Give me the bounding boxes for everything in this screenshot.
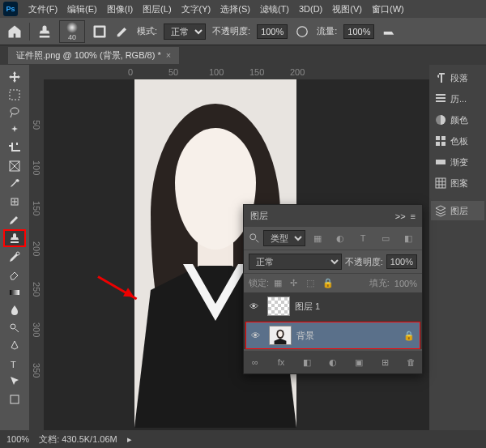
menu-type[interactable]: 文字(Y) — [177, 2, 215, 17]
panel-swatches[interactable]: 色板 — [431, 131, 484, 151]
menu-file[interactable]: 文件(F) — [24, 2, 62, 17]
panel-color[interactable]: 颜色 — [431, 110, 484, 130]
layer-name[interactable]: 背景 — [296, 330, 314, 342]
clone-stamp-tool[interactable] — [3, 229, 26, 247]
svg-point-22 — [278, 331, 283, 336]
right-panel-dock: 段落 历... 颜色 色板 渐变 图案 图层 — [429, 65, 486, 430]
lock-icon[interactable]: 🔒 — [403, 331, 415, 341]
zoom-level[interactable]: 100% — [6, 434, 29, 444]
filter-smart-icon[interactable]: ◧ — [402, 233, 415, 244]
svg-rect-13 — [436, 136, 440, 140]
type-tool[interactable]: T — [3, 355, 26, 373]
visibility-icon[interactable]: 👁 — [249, 301, 262, 311]
panel-menu-icon[interactable]: ≡ — [411, 211, 416, 221]
panel-layers-button[interactable]: 图层 — [431, 201, 484, 220]
airbrush-icon[interactable] — [381, 23, 397, 40]
panel-paragraph[interactable]: 段落 — [431, 68, 484, 87]
ruler-horizontal[interactable]: 0 50 100 150 200 — [44, 65, 429, 79]
menu-3d[interactable]: 3D(D) — [295, 2, 326, 15]
lock-artboard-icon[interactable]: ⬚ — [306, 278, 318, 289]
blend-mode[interactable]: 正常 — [249, 254, 342, 270]
eraser-tool[interactable] — [3, 266, 26, 284]
layer-name[interactable]: 图层 1 — [295, 301, 320, 313]
fill-value[interactable]: 100% — [394, 279, 417, 288]
panel-history[interactable]: 历... — [431, 89, 484, 109]
filter-adjust-icon[interactable]: ◐ — [334, 233, 347, 244]
layers-panel: 图层 >> ≡ 类型 ▦ ◐ T ▭ ◧ 正常 不透明度: 100% 锁定: ▦… — [243, 204, 423, 374]
ruler-vertical[interactable]: 50 100 150 200 250 300 350 — [29, 79, 44, 430]
tab-title: 证件照.png @ 100% (背景, RGB/8) * — [16, 49, 161, 62]
gradient-tool[interactable] — [3, 284, 26, 301]
lasso-tool[interactable] — [3, 104, 26, 122]
panel-collapse-icon[interactable]: >> — [395, 211, 406, 221]
svg-rect-3 — [10, 90, 19, 100]
brush-settings-icon[interactable] — [114, 23, 130, 40]
lock-all-icon[interactable]: 🔒 — [322, 278, 334, 289]
menu-view[interactable]: 视图(V) — [328, 2, 366, 17]
flow-value[interactable]: 100% — [343, 24, 374, 39]
new-layer-icon[interactable]: ⊞ — [378, 356, 391, 369]
link-layers-icon[interactable]: ∞ — [249, 356, 262, 369]
document-tab[interactable]: 证件照.png @ 100% (背景, RGB/8) * × — [8, 47, 179, 64]
delete-icon[interactable]: 🗑 — [404, 356, 417, 369]
svg-point-4 — [11, 108, 19, 114]
shape-tool[interactable] — [3, 390, 26, 408]
layers-tab[interactable]: 图层 — [250, 208, 268, 224]
group-icon[interactable]: ▣ — [352, 356, 365, 369]
pressure-opacity-icon[interactable] — [294, 23, 310, 40]
marquee-tool[interactable] — [3, 86, 26, 104]
menu-filter[interactable]: 滤镜(T) — [256, 2, 293, 17]
opacity-value[interactable]: 100% — [257, 24, 288, 39]
fx-icon[interactable]: fx — [275, 356, 288, 369]
dodge-tool[interactable] — [3, 319, 26, 337]
layer-item[interactable]: 👁 图层 1 — [244, 292, 422, 320]
filter-type-icon[interactable]: T — [356, 233, 369, 244]
panel-gradients[interactable]: 渐变 — [431, 152, 484, 172]
menu-edit[interactable]: 编辑(E) — [63, 2, 101, 17]
stamp-tool-icon[interactable] — [36, 23, 53, 40]
mask-icon[interactable]: ◧ — [301, 356, 313, 369]
pen-tool[interactable] — [3, 337, 26, 355]
heal-tool[interactable] — [3, 193, 26, 211]
adjustment-icon[interactable]: ◐ — [326, 356, 339, 369]
wand-tool[interactable] — [3, 122, 26, 139]
layers-list: 👁 图层 1 👁 背景 🔒 — [244, 292, 422, 349]
lock-pixels-icon[interactable]: ▦ — [274, 278, 285, 289]
path-select-tool[interactable] — [3, 373, 26, 390]
opacity-label: 不透明度: — [212, 25, 250, 37]
blend-mode-select[interactable]: 正常 — [164, 23, 206, 40]
app-logo: Ps — [3, 2, 18, 16]
menu-select[interactable]: 选择(S) — [216, 2, 254, 17]
move-tool[interactable] — [3, 68, 26, 86]
lock-position-icon[interactable]: ✢ — [290, 278, 301, 289]
doc-info[interactable]: 文档: 430.5K/1.06M — [39, 433, 117, 446]
layer-thumbnail[interactable] — [267, 297, 290, 316]
menu-window[interactable]: 窗口(W) — [368, 2, 408, 17]
filter-shape-icon[interactable]: ▭ — [379, 233, 392, 244]
brush-panel-icon[interactable] — [92, 23, 108, 40]
lock-label: 锁定: — [249, 277, 269, 289]
brush-tool[interactable] — [3, 211, 26, 228]
menu-image[interactable]: 图像(I) — [103, 2, 137, 17]
status-chevron-icon[interactable]: ▸ — [127, 434, 132, 445]
home-icon[interactable] — [6, 23, 23, 40]
svg-point-19 — [250, 234, 256, 240]
options-bar: 40 模式: 正常 不透明度: 100% 流量: 100% — [0, 18, 486, 45]
filter-pixel-icon[interactable]: ▦ — [311, 233, 324, 244]
layer-item-background[interactable]: 👁 背景 🔒 — [245, 322, 420, 349]
filter-type-select[interactable]: 类型 — [263, 230, 305, 246]
blur-tool[interactable] — [3, 301, 26, 319]
close-icon[interactable]: × — [166, 50, 171, 60]
ruler-origin[interactable] — [29, 65, 44, 79]
layer-opacity-value[interactable]: 100% — [386, 254, 417, 269]
eyedropper-tool[interactable] — [3, 175, 26, 193]
layer-thumbnail[interactable] — [269, 326, 292, 345]
frame-tool[interactable] — [3, 157, 26, 175]
brush-preset[interactable]: 40 — [59, 20, 85, 43]
crop-tool[interactable] — [3, 139, 26, 157]
mode-label: 模式: — [137, 25, 157, 37]
history-brush-tool[interactable] — [3, 248, 26, 266]
visibility-icon[interactable]: 👁 — [251, 331, 264, 340]
menu-layer[interactable]: 图层(L) — [139, 2, 175, 17]
panel-patterns[interactable]: 图案 — [431, 173, 484, 193]
